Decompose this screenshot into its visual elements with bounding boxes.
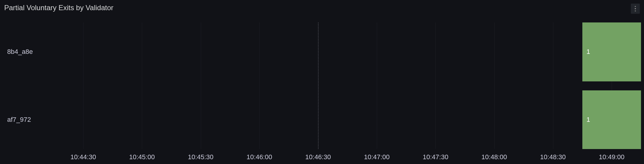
plot-area[interactable]: 11	[54, 22, 641, 149]
x-tick-label: 10:45:30	[188, 153, 214, 161]
y-axis-label: af7_972	[7, 116, 31, 124]
grid-line	[259, 22, 260, 149]
x-tick-label: 10:45:00	[129, 153, 155, 161]
panel-header: Partial Voluntary Exits by Validator	[0, 0, 644, 16]
panel-title: Partial Voluntary Exits by Validator	[4, 4, 113, 12]
grid-line	[201, 22, 201, 149]
chart-body: 8b4_a8eaf7_972 11	[0, 22, 641, 149]
x-tick-label: 10:48:00	[482, 153, 507, 161]
time-cursor	[318, 22, 318, 149]
x-tick-label: 10:49:00	[599, 153, 625, 161]
x-tick-label: 10:47:00	[364, 153, 390, 161]
x-tick-label: 10:44:30	[70, 153, 96, 161]
x-tick-label: 10:47:30	[423, 153, 448, 161]
grid-line	[377, 22, 377, 149]
menu-dots-icon	[635, 10, 636, 11]
x-axis: 10:44:3010:45:0010:45:3010:46:0010:46:30…	[54, 149, 641, 164]
x-tick-label: 10:46:00	[247, 153, 272, 161]
grid-line	[435, 22, 436, 149]
y-axis-label: 8b4_a8e	[7, 48, 33, 56]
x-tick-label: 10:46:30	[305, 153, 331, 161]
grid-line	[494, 22, 495, 149]
grid-line	[83, 22, 83, 149]
panel-menu-button[interactable]	[631, 4, 640, 14]
heatmap-cell[interactable]: 1	[582, 22, 641, 81]
menu-dots-icon	[635, 6, 636, 7]
grid-line	[142, 22, 142, 149]
y-axis-labels: 8b4_a8eaf7_972	[0, 22, 54, 149]
dashboard-panel: Partial Voluntary Exits by Validator 8b4…	[0, 0, 644, 164]
grid-line	[553, 22, 553, 149]
x-tick-label: 10:48:30	[540, 153, 566, 161]
heatmap-cell[interactable]: 1	[582, 90, 641, 149]
menu-dots-icon	[635, 8, 636, 9]
